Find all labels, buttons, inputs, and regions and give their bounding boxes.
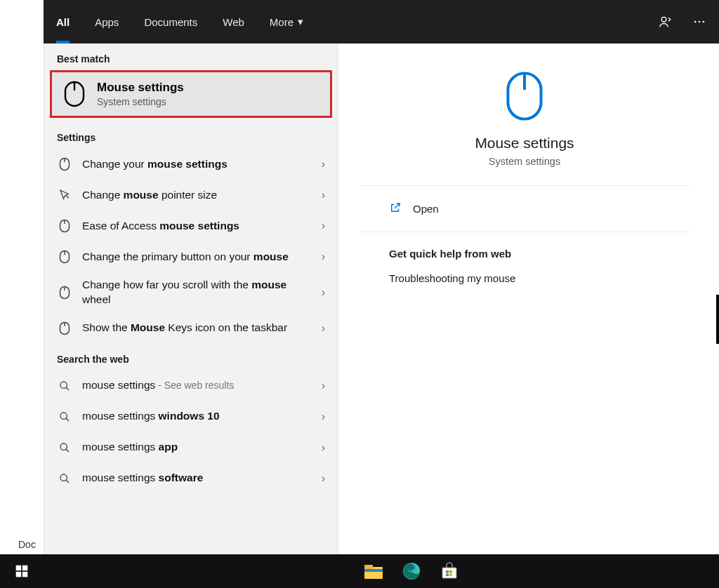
chevron-right-icon: ›	[317, 410, 325, 423]
settings-item-label: Change your mouse settings	[82, 157, 317, 172]
svg-rect-39	[446, 574, 449, 577]
svg-rect-28	[16, 566, 22, 571]
svg-point-2	[699, 21, 701, 23]
chevron-right-icon: ›	[317, 158, 325, 171]
settings-item-label: Change how far you scroll with the mouse…	[82, 278, 317, 307]
settings-item-label: Ease of Access mouse settings	[82, 219, 317, 234]
file-explorer-icon[interactable]	[358, 556, 389, 587]
help-link[interactable]: Troubleshooting my mouse	[389, 269, 660, 287]
chevron-right-icon: ›	[317, 286, 325, 299]
settings-item-label: Change the primary button on your mouse	[82, 250, 317, 265]
svg-point-16	[60, 382, 67, 388]
chevron-right-icon: ›	[317, 189, 325, 201]
web-result-label: mouse settings app	[82, 440, 317, 455]
svg-line-23	[66, 480, 69, 483]
section-settings: Settings	[44, 122, 338, 149]
svg-rect-31	[22, 572, 28, 577]
detail-subtitle: System settings	[360, 156, 690, 167]
web-result-label: mouse settings software	[82, 471, 317, 486]
mouse-icon	[57, 285, 72, 300]
tab-web[interactable]: Web	[210, 0, 257, 44]
chevron-right-icon: ›	[317, 220, 325, 232]
svg-point-3	[703, 21, 705, 23]
svg-rect-34	[364, 569, 383, 572]
open-action[interactable]: Open	[360, 186, 690, 232]
web-result-item[interactable]: mouse settings - See web results ›	[44, 370, 338, 401]
svg-point-0	[661, 17, 666, 22]
more-options-icon[interactable]	[692, 15, 706, 29]
svg-rect-40	[449, 574, 452, 577]
open-external-icon	[389, 201, 402, 216]
best-match-result[interactable]: Mouse settings System settings	[50, 70, 332, 118]
search-icon	[57, 411, 72, 422]
chevron-right-icon: ›	[317, 250, 325, 263]
web-result-item[interactable]: mouse settings software ›	[44, 463, 338, 494]
svg-rect-38	[449, 570, 452, 573]
svg-line-19	[66, 418, 69, 421]
svg-point-22	[60, 474, 67, 481]
mouse-icon	[57, 321, 72, 336]
results-list: Best match Mouse settings System setting…	[44, 44, 338, 554]
web-result-item[interactable]: mouse settings windows 10 ›	[44, 401, 338, 432]
settings-item[interactable]: Change the primary button on your mouse …	[44, 241, 338, 272]
settings-item[interactable]: Change your mouse settings ›	[44, 149, 338, 180]
detail-title: Mouse settings	[360, 135, 690, 152]
search-icon	[57, 442, 72, 453]
mouse-icon	[57, 249, 72, 265]
tab-all[interactable]: All	[44, 0, 82, 44]
chevron-right-icon: ›	[317, 322, 325, 335]
web-result-label: mouse settings - See web results	[82, 378, 317, 393]
scroll-indicator	[716, 295, 719, 344]
section-search-web: Search the web	[44, 344, 338, 370]
settings-item[interactable]: Ease of Access mouse settings ›	[44, 211, 338, 241]
open-label: Open	[413, 203, 439, 215]
svg-rect-29	[22, 566, 28, 571]
best-match-title: Mouse settings	[97, 81, 184, 95]
best-match-subtitle: System settings	[97, 96, 184, 107]
settings-item[interactable]: Change mouse pointer size ›	[44, 180, 338, 211]
search-filter-tabs: All Apps Documents Web More▾	[44, 0, 719, 44]
start-button[interactable]	[0, 554, 44, 588]
web-result-item[interactable]: mouse settings app ›	[44, 432, 338, 463]
settings-item[interactable]: Show the Mouse Keys icon on the taskbar …	[44, 313, 338, 344]
section-best-match: Best match	[44, 44, 338, 70]
tab-apps[interactable]: Apps	[82, 0, 131, 44]
svg-point-20	[60, 443, 67, 450]
tab-documents[interactable]: Documents	[131, 0, 210, 44]
edge-browser-icon[interactable]	[396, 556, 427, 587]
svg-point-18	[60, 413, 67, 419]
mouse-icon	[57, 218, 72, 234]
search-icon	[57, 473, 72, 484]
detail-pane: Mouse settings System settings Open Get …	[338, 44, 711, 554]
mouse-icon	[57, 156, 72, 172]
search-icon	[57, 380, 72, 392]
chevron-right-icon: ›	[317, 441, 325, 454]
svg-line-17	[66, 387, 69, 390]
web-result-label: mouse settings windows 10	[82, 409, 317, 424]
chevron-down-icon: ▾	[298, 15, 303, 28]
chevron-right-icon: ›	[317, 380, 325, 392]
svg-rect-37	[446, 570, 449, 573]
background-text-fragment: Doc	[18, 539, 36, 550]
chevron-right-icon: ›	[317, 472, 325, 485]
svg-rect-33	[364, 565, 373, 569]
svg-line-21	[66, 449, 69, 452]
settings-item-label: Show the Mouse Keys icon on the taskbar	[82, 321, 317, 335]
mouse-icon	[504, 69, 545, 123]
taskbar	[0, 554, 719, 588]
settings-item-label: Change mouse pointer size	[82, 188, 317, 203]
svg-rect-30	[16, 572, 22, 577]
window-left-gutter	[0, 0, 44, 554]
settings-item[interactable]: Change how far you scroll with the mouse…	[44, 272, 338, 313]
tab-more[interactable]: More▾	[257, 0, 316, 44]
feedback-icon[interactable]	[659, 15, 673, 29]
mouse-icon	[62, 81, 87, 107]
svg-point-1	[694, 21, 697, 23]
quick-help-heading: Get quick help from web	[389, 248, 660, 260]
microsoft-store-icon[interactable]	[434, 556, 465, 587]
cursor-icon	[57, 189, 72, 201]
